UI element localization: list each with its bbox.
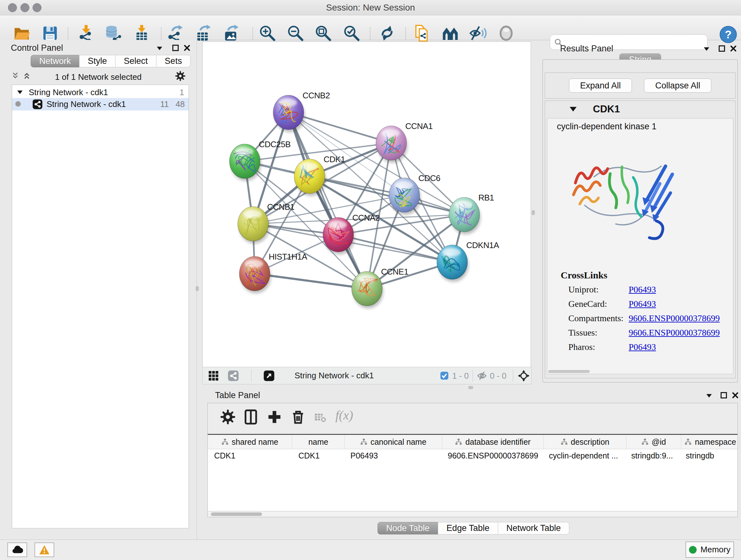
- hidden-eye-icon[interactable]: [476, 370, 487, 381]
- show-columns-icon[interactable]: [243, 409, 259, 425]
- node-label: CDC6: [418, 173, 441, 183]
- network-edge[interactable]: [255, 273, 367, 289]
- table-hscrollbar-thumb[interactable]: [211, 512, 262, 516]
- open-session-button[interactable]: [13, 24, 30, 42]
- warning-button[interactable]: [35, 543, 54, 557]
- network-node[interactable]: HIST1H1A: [239, 252, 307, 294]
- table-hscrollbar[interactable]: [208, 511, 738, 517]
- tab-select[interactable]: Select: [115, 55, 156, 67]
- zoom-fit-button[interactable]: [314, 24, 332, 42]
- network-node[interactable]: CCNB2: [273, 91, 330, 132]
- table-gear-icon[interactable]: [220, 409, 236, 425]
- panel-float-icon[interactable]: [720, 391, 728, 399]
- eye-button[interactable]: [497, 24, 515, 42]
- gear-icon[interactable]: [175, 71, 186, 81]
- panel-close-icon[interactable]: [731, 391, 739, 399]
- expand-all-button[interactable]: Expand All: [569, 78, 632, 92]
- column-tree-icon: [455, 438, 462, 445]
- crosslink-link[interactable]: P06493: [629, 285, 656, 295]
- add-column-icon[interactable]: [266, 409, 282, 425]
- table-cell[interactable]: P06493: [344, 449, 441, 462]
- panel-menu-icon[interactable]: [703, 45, 711, 53]
- table-cell[interactable]: stringdb:9...: [625, 449, 679, 462]
- network-node[interactable]: CDKN1A: [437, 240, 499, 282]
- network-node[interactable]: CDC25B: [229, 139, 291, 181]
- import-database-button[interactable]: [104, 24, 122, 42]
- network-view-icon[interactable]: [227, 370, 239, 381]
- export-network-button[interactable]: [166, 24, 184, 42]
- table-cell[interactable]: CDK1: [208, 449, 292, 462]
- column-header[interactable]: canonical name: [345, 435, 442, 449]
- crosslink-link[interactable]: P06493: [629, 299, 656, 309]
- table-cell[interactable]: 9606.ENSP00000378699: [441, 449, 542, 462]
- table-cell[interactable]: CDK1: [292, 449, 344, 462]
- network-collection-row[interactable]: String Network - cdk1 1: [12, 87, 189, 99]
- network-row-selected[interactable]: String Network - cdk1 11 48: [12, 98, 189, 111]
- results-scrollbar-thumb[interactable]: [548, 370, 590, 373]
- export-table-button[interactable]: [194, 24, 212, 42]
- column-header[interactable]: @id: [626, 435, 681, 449]
- column-header[interactable]: namespace: [681, 435, 740, 449]
- table-cell[interactable]: cyclin-dependent ...: [542, 449, 625, 462]
- tab-network[interactable]: Network: [30, 55, 79, 67]
- delete-table-icon[interactable]: [314, 411, 327, 424]
- import-network-button[interactable]: [77, 24, 95, 42]
- crosslink-link[interactable]: 9606.ENSP00000378699: [629, 327, 720, 338]
- crosslink-link[interactable]: 9606.ENSP00000378699: [629, 313, 720, 323]
- collection-label: String Network - cdk1: [29, 87, 108, 98]
- delete-column-icon[interactable]: [290, 409, 306, 425]
- bottom-splitter-handle[interactable]: [468, 386, 473, 389]
- network-node[interactable]: RB1: [449, 193, 494, 234]
- panel-menu-icon[interactable]: [156, 44, 163, 52]
- refresh-layout-button[interactable]: [378, 24, 396, 42]
- cloud-button[interactable]: [7, 543, 27, 557]
- network-overview-button[interactable]: [441, 24, 459, 42]
- column-header[interactable]: shared name: [208, 435, 292, 449]
- zoom-in-button[interactable]: [259, 24, 276, 42]
- column-header[interactable]: database identifier: [442, 435, 544, 449]
- panel-menu-icon[interactable]: [705, 392, 713, 399]
- tab-sets[interactable]: Sets: [156, 55, 191, 67]
- memory-button[interactable]: Memory: [685, 542, 734, 558]
- protein-section-header[interactable]: CDK1: [545, 101, 735, 118]
- save-session-button[interactable]: [41, 24, 59, 42]
- table-row[interactable]: CDK1CDK1P064939606.ENSP00000378699cyclin…: [208, 449, 738, 462]
- zoom-out-button[interactable]: [286, 24, 305, 42]
- panel-close-icon[interactable]: [730, 45, 737, 52]
- tab-style[interactable]: Style: [79, 55, 116, 67]
- control-panel: Control Panel NetworkStyleSelectSets 1 o…: [0, 40, 197, 540]
- network-node[interactable]: CDC6: [389, 173, 441, 215]
- network-canvas[interactable]: CCNB2CCNA1CDC25BCDK1CDC6RB1CCNB1CCNA2CDK…: [202, 42, 531, 367]
- hide-show-button[interactable]: [469, 24, 487, 42]
- panel-close-icon[interactable]: [183, 44, 191, 52]
- zoom-selected-button[interactable]: [343, 24, 360, 42]
- protein-section: CDK1 cyclin-dependent kinase 1: [545, 101, 736, 378]
- panel-float-icon[interactable]: [172, 44, 179, 52]
- caret-down-icon[interactable]: [17, 88, 23, 98]
- grid-view-icon[interactable]: [208, 370, 219, 381]
- crosslink-link[interactable]: P06493: [629, 342, 656, 352]
- memory-status-dot: [689, 546, 697, 554]
- column-label: @id: [652, 437, 666, 447]
- collapse-all-button[interactable]: Collapse All: [644, 78, 711, 92]
- function-builder-icon[interactable]: f(x): [335, 408, 353, 423]
- selected-checkbox-icon[interactable]: [440, 371, 449, 380]
- goto-network-icon[interactable]: [263, 370, 275, 381]
- column-header[interactable]: description: [544, 435, 626, 449]
- crosshair-icon[interactable]: [517, 369, 530, 382]
- import-table-button[interactable]: [133, 24, 151, 42]
- tab-network-table[interactable]: Network Table: [498, 522, 569, 535]
- caret-down-icon[interactable]: [569, 106, 577, 114]
- tab-node-table[interactable]: Node Table: [378, 522, 438, 535]
- panel-float-icon[interactable]: [718, 45, 726, 52]
- network-node[interactable]: CCNE1: [352, 267, 408, 308]
- network-edge[interactable]: [288, 112, 367, 289]
- column-label: namespace: [695, 437, 736, 447]
- right-splitter-handle[interactable]: [532, 210, 535, 215]
- tab-edge-table[interactable]: Edge Table: [438, 522, 498, 535]
- annotation-button[interactable]: [413, 24, 431, 42]
- table-cell[interactable]: stringdb: [679, 449, 738, 462]
- left-splitter-handle[interactable]: [196, 286, 199, 291]
- column-header[interactable]: name: [292, 435, 345, 449]
- export-image-button[interactable]: [222, 24, 240, 42]
